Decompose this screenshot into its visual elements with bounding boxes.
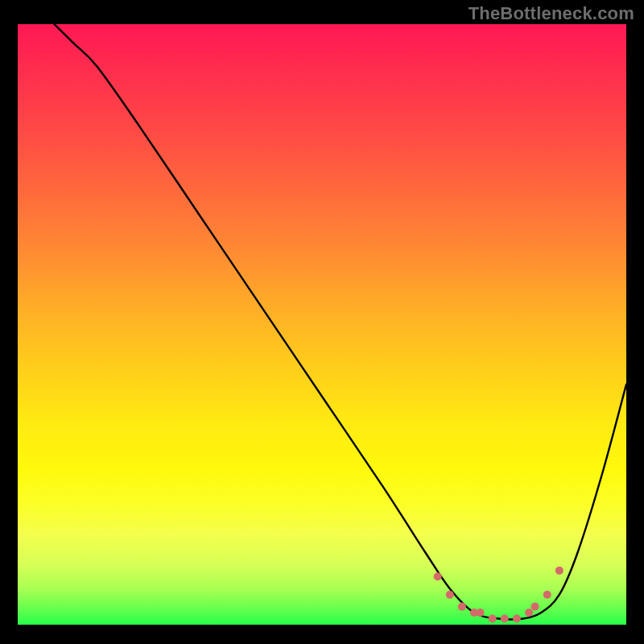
bottleneck-curve — [54, 24, 626, 619]
marker-dot — [446, 591, 454, 599]
chart-svg — [18, 24, 626, 625]
marker-dot — [458, 603, 466, 611]
marker-dot — [501, 615, 509, 623]
marker-dot — [531, 603, 539, 611]
marker-dot — [489, 615, 497, 623]
marker-dot — [513, 615, 521, 623]
chart-plot-area — [18, 24, 626, 625]
marker-dot — [434, 572, 442, 580]
marker-dot — [555, 567, 564, 575]
curve-layer — [54, 24, 626, 619]
marker-dot — [525, 609, 533, 617]
marker-dot — [543, 591, 551, 599]
marker-dot — [477, 609, 485, 617]
min-region-markers — [434, 567, 564, 623]
watermark-text: TheBottleneck.com — [469, 3, 634, 24]
